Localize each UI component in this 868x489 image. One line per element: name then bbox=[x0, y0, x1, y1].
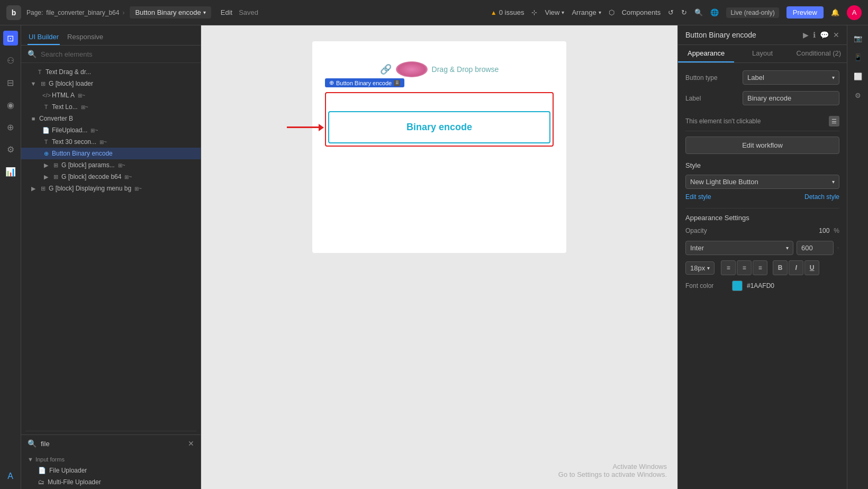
sidebar-data-icon[interactable]: ◉ bbox=[3, 97, 18, 112]
tab-conditional[interactable]: Conditional (2) bbox=[791, 45, 847, 62]
element-search-section: 🔍 ✕ ▼ Input forms 📄 File Uploader 🗂 bbox=[21, 434, 201, 489]
html-icon: </> bbox=[42, 92, 50, 98]
sidebar-ui-icon[interactable]: ⊡ bbox=[3, 31, 18, 46]
sidebar-api-icon[interactable]: ⊕ bbox=[3, 120, 18, 134]
bold-button[interactable]: B bbox=[773, 260, 788, 275]
tree-item-text-30[interactable]: T Text 30 secon... ⊞~ bbox=[21, 136, 201, 148]
activate-line2: Go to Settings to activate Windows. bbox=[558, 470, 667, 478]
issues-indicator[interactable]: ▲ 0 issues bbox=[491, 8, 525, 16]
drag-handle[interactable]: ⠿ bbox=[394, 80, 400, 86]
tree-item-text-drag[interactable]: T Text Drag & dr... bbox=[21, 66, 201, 78]
element-tag: ⊕ Button Binary encode ⠿ bbox=[325, 78, 404, 87]
tree-item-g-loader[interactable]: ▼ ⊞ G [block] loader bbox=[21, 78, 201, 89]
tree-item-label: HTML A bbox=[52, 92, 75, 99]
text-icon: T bbox=[36, 69, 43, 75]
element-tree: T Text Drag & dr... ▼ ⊞ G [block] loader… bbox=[21, 63, 201, 428]
sidebar-analytics-icon[interactable]: 📊 bbox=[3, 164, 18, 179]
group-label: Input forms bbox=[35, 456, 65, 463]
camera-icon[interactable]: 📷 bbox=[851, 31, 865, 46]
edit-label[interactable]: Edit bbox=[221, 8, 232, 16]
avatar[interactable]: A bbox=[847, 5, 862, 20]
result-group-header[interactable]: ▼ Input forms bbox=[28, 454, 194, 465]
align-right-button[interactable]: ≡ bbox=[753, 260, 767, 275]
preview-button[interactable]: Preview bbox=[786, 6, 824, 19]
right-panel-title: Button Binary encode bbox=[685, 31, 799, 39]
tree-item-fileupload[interactable]: 📄 FileUpload... ⊞~ bbox=[21, 124, 201, 136]
tree-item-converter-b[interactable]: ■ Converter B bbox=[21, 113, 201, 124]
cube-icon: ⬡ bbox=[609, 8, 614, 16]
tablet-icon[interactable]: ⬜ bbox=[851, 69, 865, 84]
right-header-icons: ▶ ℹ 💬 ✕ bbox=[803, 31, 839, 39]
close-icon[interactable]: ✕ bbox=[833, 31, 839, 39]
play-icon[interactable]: ▶ bbox=[803, 31, 809, 39]
tree-item-g-params[interactable]: ▶ ⊞ G [block] params... ⊞~ bbox=[21, 159, 201, 171]
result-item-label: File Uploader bbox=[49, 467, 87, 474]
canvas-button[interactable]: Binary encode bbox=[328, 111, 550, 143]
text-icon: T bbox=[42, 104, 50, 110]
align-left-button[interactable]: ≡ bbox=[721, 260, 736, 275]
dropdown-icon: ▾ bbox=[832, 75, 835, 80]
right-tabs: Appearance Layout Conditional (2) bbox=[678, 45, 847, 63]
link-icon: 🔗 bbox=[380, 64, 392, 75]
tab-appearance[interactable]: Appearance bbox=[678, 45, 734, 62]
tab-layout[interactable]: Layout bbox=[734, 45, 790, 62]
sidebar-settings-icon[interactable]: ⚙ bbox=[3, 142, 18, 157]
edit-workflow-button[interactable]: Edit workflow bbox=[685, 137, 839, 154]
button-type-select[interactable]: Label ▾ bbox=[743, 70, 839, 85]
topbar-right: ▲ 0 issues ⊹ View ▾ Arrange ▾ ⬡ Componen… bbox=[491, 5, 862, 20]
arrow-head bbox=[319, 124, 324, 131]
tree-item-html-a[interactable]: </> HTML A ⊞~ bbox=[21, 89, 201, 101]
tree-item-g-displaying[interactable]: ▶ ⊞ G [block] Displaying menu bg ⊞~ bbox=[21, 183, 201, 194]
font-size-select[interactable]: 18px ▾ bbox=[685, 261, 715, 275]
element-filter-bar: 🔍 ✕ bbox=[21, 435, 201, 452]
italic-button[interactable]: I bbox=[789, 260, 803, 275]
tree-badge: ⊞~ bbox=[134, 186, 142, 192]
sidebar-layers-icon[interactable]: ⊟ bbox=[3, 75, 18, 90]
component-selector[interactable]: Button Binary encode ▾ bbox=[130, 6, 211, 19]
not-clickable-row: This element isn't clickable ☰ bbox=[685, 112, 839, 131]
clear-search-button[interactable]: ✕ bbox=[188, 439, 194, 448]
info-icon[interactable]: ℹ bbox=[813, 31, 816, 39]
canvas-area: 🔗 Drag & Drop browse ⊕ Button Binary enc… bbox=[201, 25, 677, 489]
notification-icon[interactable]: 🔔 bbox=[831, 8, 839, 16]
sidebar-users-icon[interactable]: ⚇ bbox=[3, 53, 18, 68]
live-badge[interactable]: Live (read-only) bbox=[726, 7, 779, 18]
label-input[interactable] bbox=[743, 91, 839, 105]
undo-icon[interactable]: ↺ bbox=[668, 8, 674, 16]
tree-divider bbox=[25, 431, 196, 431]
detach-style-link[interactable]: Detach style bbox=[804, 193, 839, 201]
comment-icon[interactable]: 💬 bbox=[820, 31, 829, 39]
style-select[interactable]: New Light Blue Button ▾ bbox=[685, 175, 839, 189]
font-weight-chevron-icon: ▾ bbox=[837, 245, 839, 251]
tree-item-text-lo[interactable]: T Text Lo... ⊞~ bbox=[21, 101, 201, 113]
result-item-multi-file-uploader[interactable]: 🗂 Multi-File Uploader bbox=[28, 476, 194, 488]
tree-item-button-binary[interactable]: ⊕ Button Binary encode bbox=[21, 148, 201, 159]
mobile-icon[interactable]: 📱 bbox=[851, 50, 865, 65]
settings-gear-icon[interactable]: ⚙ bbox=[851, 88, 865, 103]
edit-style-link[interactable]: Edit style bbox=[685, 193, 711, 201]
search-icon[interactable]: 🔍 bbox=[694, 8, 703, 16]
view-button[interactable]: View ▾ bbox=[545, 8, 564, 16]
view-chevron-icon: ▾ bbox=[562, 10, 564, 15]
tab-ui-builder[interactable]: UI Builder bbox=[28, 30, 60, 45]
search-input[interactable] bbox=[41, 50, 194, 58]
font-color-swatch[interactable] bbox=[732, 280, 743, 291]
underline-button[interactable]: U bbox=[804, 260, 819, 275]
globe-icon: 🌐 bbox=[710, 8, 719, 16]
font-weight-input[interactable] bbox=[797, 241, 834, 255]
warning-icon: ▲ bbox=[491, 9, 497, 16]
font-select[interactable]: Inter ▾ bbox=[685, 241, 793, 255]
arrange-button[interactable]: Arrange ▾ bbox=[572, 8, 601, 16]
redo-icon[interactable]: ↻ bbox=[681, 8, 687, 16]
tab-responsive[interactable]: Responsive bbox=[66, 30, 104, 45]
element-filter-input[interactable] bbox=[41, 440, 184, 448]
tree-item-g-decode[interactable]: ▶ ⊞ G [block] decode b64 ⊞~ bbox=[21, 171, 201, 183]
tree-item-label: G [block] Displaying menu bg bbox=[49, 185, 131, 192]
tree-item-label: FileUpload... bbox=[52, 126, 87, 134]
block-icon: ⊞ bbox=[39, 185, 47, 192]
font-row: Inter ▾ ▾ bbox=[685, 241, 839, 255]
components-button[interactable]: Components bbox=[622, 8, 661, 16]
tree-item-label: G [block] decode b64 bbox=[61, 173, 121, 180]
align-center-button[interactable]: ≡ bbox=[737, 260, 752, 275]
result-item-file-uploader[interactable]: 📄 File Uploader bbox=[28, 465, 194, 476]
